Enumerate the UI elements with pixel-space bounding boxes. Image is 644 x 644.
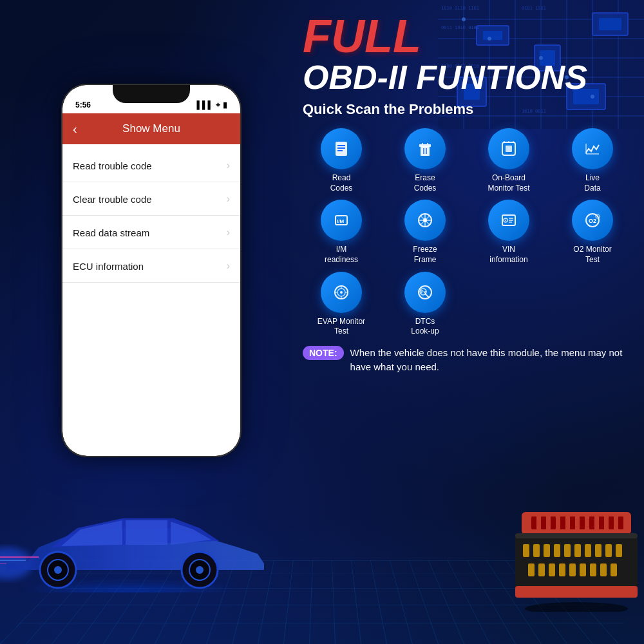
svg-rect-118 — [600, 564, 607, 576]
function-o2-monitor: O2 O2 MonitorTest — [554, 200, 631, 265]
svg-rect-89 — [531, 516, 536, 529]
menu-item-clear-trouble[interactable]: Clear trouble code › — [62, 183, 240, 216]
phone-header-title: Show Menu — [122, 122, 180, 135]
svg-rect-111 — [528, 564, 535, 576]
svg-rect-119 — [611, 564, 617, 576]
svg-rect-114 — [559, 564, 565, 576]
svg-rect-96 — [599, 516, 604, 529]
svg-rect-106 — [574, 544, 581, 557]
svg-rect-120 — [515, 586, 638, 598]
read-codes-label: ReadCodes — [330, 173, 353, 193]
menu-item-ecu[interactable]: ECU information › — [62, 250, 240, 283]
evap-monitor-label: EVAP MonitorTest — [317, 317, 365, 337]
menu-item-read-data-label: Read data stream — [73, 227, 149, 238]
svg-point-69 — [423, 218, 427, 222]
obd-connector — [509, 502, 638, 605]
svg-rect-112 — [538, 564, 545, 576]
phone-menu-list: Read trouble code › Clear trouble code ›… — [62, 149, 240, 283]
svg-rect-102 — [533, 544, 540, 557]
menu-item-clear-trouble-label: Clear trouble code — [73, 194, 152, 205]
function-freeze-frame: FreezeFrame — [386, 200, 464, 265]
right-panel: FULL OBD-II FUNTIONS Quick Scan the Prob… — [296, 0, 644, 580]
svg-rect-92 — [560, 516, 565, 529]
svg-line-85 — [426, 294, 429, 298]
live-data-icon — [572, 128, 613, 169]
function-im-readiness: I/M I/Mreadiness — [303, 200, 380, 265]
svg-rect-104 — [554, 544, 560, 557]
svg-rect-95 — [589, 516, 594, 529]
menu-item-ecu-label: ECU information — [73, 261, 144, 272]
phone-status-icons: ▌▌▌ ⌖ ▮ — [196, 100, 227, 109]
functions-grid: ReadCodes EraseCodes — [303, 128, 631, 265]
svg-rect-108 — [595, 544, 601, 557]
svg-rect-116 — [580, 564, 586, 576]
phone-back-button[interactable]: ‹ — [73, 122, 77, 137]
function-evap-monitor: EVAP MonitorTest — [303, 272, 380, 337]
o2-monitor-icon: O2 — [572, 200, 613, 241]
title-subtitle: Quick Scan the Problems — [303, 101, 631, 118]
phone-notch — [113, 85, 190, 103]
functions-row2: EVAP MonitorTest Px DTCsLook-up — [303, 272, 631, 337]
phone-screen: 5:56 ▌▌▌ ⌖ ▮ ‹ Show Menu Read trouble co… — [62, 85, 240, 456]
function-read-codes: ReadCodes — [303, 128, 380, 193]
chevron-icon: › — [227, 260, 230, 272]
erase-codes-label: EraseCodes — [414, 173, 437, 193]
evap-monitor-icon — [321, 272, 362, 313]
erase-codes-icon — [404, 128, 446, 169]
function-erase-codes: EraseCodes — [386, 128, 464, 193]
svg-rect-113 — [549, 564, 555, 576]
read-codes-icon — [321, 128, 362, 169]
svg-point-79 — [597, 216, 598, 217]
menu-item-read-trouble-label: Read trouble code — [73, 160, 152, 171]
svg-rect-94 — [580, 516, 585, 529]
chevron-icon: › — [227, 193, 230, 205]
note-text: When the vehicle does not have this modu… — [350, 346, 631, 375]
svg-point-72 — [505, 220, 506, 221]
menu-group: Read trouble code › Clear trouble code ›… — [62, 149, 240, 283]
note-badge: NOTE: — [303, 346, 344, 360]
svg-rect-98 — [618, 516, 623, 529]
svg-point-87 — [525, 602, 628, 612]
svg-rect-103 — [544, 544, 550, 557]
function-dtcs-lookup: Px DTCsLook-up — [386, 272, 464, 337]
svg-rect-117 — [590, 564, 596, 576]
menu-item-read-trouble[interactable]: Read trouble code › — [62, 149, 240, 182]
freeze-frame-icon — [404, 200, 446, 241]
o2-monitor-label: O2 MonitorTest — [573, 245, 611, 265]
phone-header: ‹ Show Menu — [62, 113, 240, 144]
function-onboard-monitor: On-BoardMonitor Test — [470, 128, 547, 193]
freeze-frame-label: FreezeFrame — [413, 245, 437, 265]
im-readiness-icon: I/M — [321, 200, 362, 241]
title-obd: OBD-II FUNTIONS — [303, 59, 631, 96]
im-readiness-label: I/Mreadiness — [325, 245, 358, 265]
svg-text:Px: Px — [421, 290, 426, 294]
svg-rect-115 — [569, 564, 576, 576]
svg-point-82 — [340, 291, 343, 294]
menu-item-read-data[interactable]: Read data stream › — [62, 216, 240, 249]
svg-rect-56 — [506, 146, 512, 152]
vin-info-icon — [488, 200, 529, 241]
chevron-icon: › — [227, 227, 230, 238]
svg-point-41 — [196, 566, 204, 574]
wifi-icon: ⌖ — [216, 100, 220, 109]
function-live-data: LiveData — [554, 128, 631, 193]
svg-rect-105 — [564, 544, 571, 557]
dtcs-lookup-label: DTCsLook-up — [411, 317, 439, 337]
svg-rect-90 — [541, 516, 546, 529]
live-data-label: LiveData — [584, 173, 600, 193]
function-vin-info: VINinformation — [470, 200, 547, 265]
dtcs-lookup-icon: Px — [404, 272, 446, 313]
vin-info-label: VINinformation — [489, 245, 527, 265]
svg-point-38 — [54, 566, 62, 574]
signal-icon: ▌▌▌ — [196, 100, 213, 109]
svg-rect-49 — [421, 146, 430, 156]
svg-rect-93 — [570, 516, 575, 529]
svg-rect-88 — [522, 512, 631, 535]
left-panel: 5:56 ▌▌▌ ⌖ ▮ ‹ Show Menu Read trouble co… — [0, 0, 303, 502]
svg-rect-107 — [585, 544, 591, 557]
title-full: FULL — [303, 13, 631, 59]
svg-rect-101 — [523, 544, 529, 557]
svg-rect-97 — [609, 516, 614, 529]
svg-rect-109 — [605, 544, 612, 557]
svg-rect-100 — [515, 533, 638, 538]
